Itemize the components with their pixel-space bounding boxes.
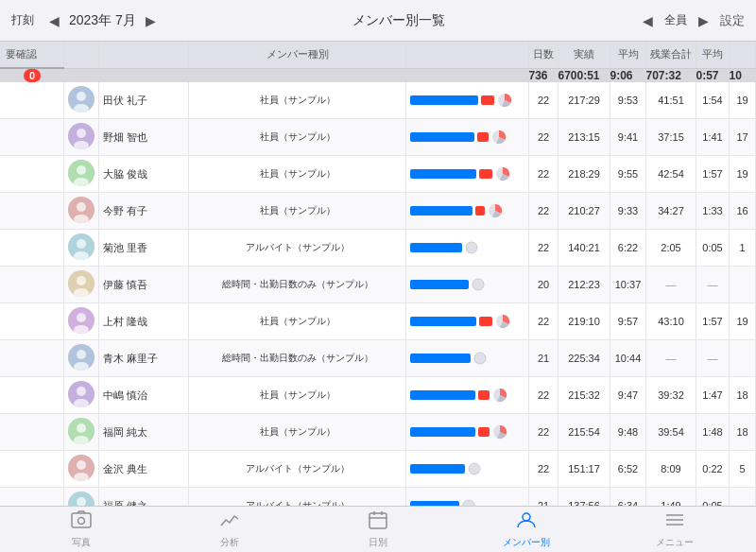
sum-jisseki: 6700:51 (558, 68, 610, 82)
nav-label-photo: 写真 (72, 536, 91, 549)
date-next-btn[interactable]: ▶ (142, 11, 160, 30)
cell-member-type: 社員（サンプル） (189, 156, 406, 193)
circle-icon (468, 462, 481, 475)
svg-point-29 (77, 350, 86, 359)
th-member-type: メンバー種別 (189, 42, 406, 68)
nav-label-menu: メニュー (656, 536, 694, 549)
cell-extra (730, 267, 756, 303)
table-row[interactable]: 野畑 智也社員（サンプル） 22213:159:4137:151:4117 (0, 119, 756, 156)
pie-chart (492, 388, 507, 403)
cell-zangyou: 41:51 (646, 82, 696, 119)
cell-zangyou: 34:27 (646, 193, 696, 230)
cell-member-type: 総時間・出勤日数のみ（サンプル） (189, 340, 406, 377)
all-prev-btn[interactable]: ◀ (639, 11, 657, 30)
cell-jisseki: 151:17 (558, 451, 610, 488)
bar-container (410, 239, 524, 256)
cell-avatar (64, 451, 99, 488)
all-next-btn[interactable]: ▶ (695, 11, 713, 30)
bar-blue (410, 95, 478, 105)
bar-blue (410, 169, 476, 179)
cell-member-type: 社員（サンプル） (189, 119, 406, 156)
cell-heikin: 6:34 (610, 488, 646, 507)
table-row[interactable]: 菊池 里香アルバイト（サンプル）22140:216:222:050:051 (0, 230, 756, 267)
svg-point-57 (78, 517, 85, 524)
svg-rect-58 (369, 513, 387, 528)
table-row[interactable]: 青木 麻里子総時間・出勤日数のみ（サンプル）21225:3410:44—— (0, 340, 756, 377)
cell-zangyou: 39:32 (646, 377, 696, 414)
cell-nissuu: 20 (529, 267, 558, 303)
cell-heikin: 9:41 (610, 119, 646, 156)
cell-extra: 16 (730, 193, 756, 230)
cell-zangyou: — (646, 267, 696, 303)
nav-item-analytics[interactable]: 分析 (156, 510, 304, 549)
bar-blue (410, 317, 476, 326)
settings-btn[interactable]: 設定 (720, 12, 745, 29)
table-row[interactable]: 福原 健之アルバイト（サンプル）21137:566:341:490:05 (0, 488, 756, 507)
cell-member-type: アルバイト（サンプル） (189, 230, 406, 267)
cell-zangyou-heikin: 1:47 (696, 377, 730, 414)
bar-red (479, 317, 492, 326)
date-nav: ◀ 2023年 7月 ▶ (45, 11, 160, 30)
cell-yokakunin (0, 193, 64, 230)
cell-chart (406, 156, 529, 193)
cell-chart (406, 303, 529, 340)
cell-name: 福岡 純太 (99, 414, 189, 451)
cell-yokakunin (0, 119, 64, 156)
bar-red (479, 169, 492, 179)
bar-container (410, 202, 524, 219)
table-row[interactable]: 上村 隆哉社員（サンプル） 22219:109:5743:101:5719 (0, 303, 756, 340)
top-bar: 打刻 ◀ 2023年 7月 ▶ メンバー別一覧 ◀ 全員 ▶ 設定 (0, 0, 756, 42)
打刻-label: 打刻 (11, 12, 34, 28)
nav-item-menu[interactable]: メニュー (600, 510, 748, 549)
cell-zangyou: — (646, 340, 696, 377)
avatar (68, 270, 94, 297)
bar-red (481, 95, 494, 105)
svg-point-25 (77, 313, 86, 322)
cell-yokakunin (0, 156, 64, 193)
cell-jisseki: 137:56 (558, 488, 610, 507)
table-row[interactable]: 福岡 純太社員（サンプル） 22215:549:4839:541:4818 (0, 414, 756, 451)
date-prev-btn[interactable]: ◀ (45, 11, 63, 30)
avatar (68, 123, 94, 149)
svg-point-1 (77, 92, 86, 101)
nav-item-daily[interactable]: 日別 (304, 510, 453, 549)
cell-heikin: 6:52 (610, 451, 646, 488)
cell-heikin: 9:33 (610, 193, 646, 230)
avatar (68, 197, 94, 223)
table-row[interactable]: 今野 有子社員（サンプル） 22210:279:3334:271:3316 (0, 193, 756, 230)
cell-heikin: 10:37 (610, 267, 646, 303)
cell-zangyou-heikin: 0:05 (696, 230, 730, 267)
cell-name: 大脇 俊哉 (99, 156, 189, 193)
cell-name: 伊藤 慎吾 (99, 267, 189, 303)
nav-item-photo[interactable]: 写真 (8, 510, 156, 549)
table-row[interactable]: 伊藤 慎吾総時間・出勤日数のみ（サンプル）20212:2310:37—— (0, 267, 756, 303)
cell-avatar (64, 193, 99, 230)
cell-zangyou: 2:05 (646, 230, 696, 267)
cell-zangyou: 39:54 (646, 414, 696, 451)
svg-point-62 (523, 513, 530, 521)
table-row[interactable]: 中嶋 慎治社員（サンプル） 22215:329:4739:321:4718 (0, 377, 756, 414)
cell-yokakunin (0, 230, 64, 267)
cell-extra: 19 (730, 303, 756, 340)
cell-jisseki: 215:54 (558, 414, 610, 451)
cell-extra: 1 (730, 230, 756, 267)
cell-extra: 18 (730, 414, 756, 451)
cell-zangyou-heikin: — (696, 340, 730, 377)
bar-blue (410, 501, 459, 506)
bottom-nav: 写真 分析 日別 メンバー別 メニュー (0, 506, 756, 552)
table-row[interactable]: 金沢 典生アルバイト（サンプル）22151:176:528:090:225 (0, 451, 756, 488)
cell-name: 今野 有子 (99, 193, 189, 230)
cell-nissuu: 22 (529, 377, 558, 414)
table-row[interactable]: 田伏 礼子社員（サンプル） 22217:299:5341:511:5419 (0, 82, 756, 119)
bar-container (410, 423, 524, 440)
avatar (68, 418, 94, 444)
nav-item-member[interactable]: メンバー別 (452, 510, 600, 549)
cell-nissuu: 21 (529, 488, 558, 507)
table-row[interactable]: 大脇 俊哉社員（サンプル） 22218:299:5542:541:5719 (0, 156, 756, 193)
cell-extra: 17 (730, 119, 756, 156)
cell-heikin: 9:57 (610, 303, 646, 340)
cell-chart (406, 82, 529, 119)
cell-chart (406, 488, 529, 507)
cell-name: 上村 隆哉 (99, 303, 189, 340)
cell-extra: 5 (730, 451, 756, 488)
